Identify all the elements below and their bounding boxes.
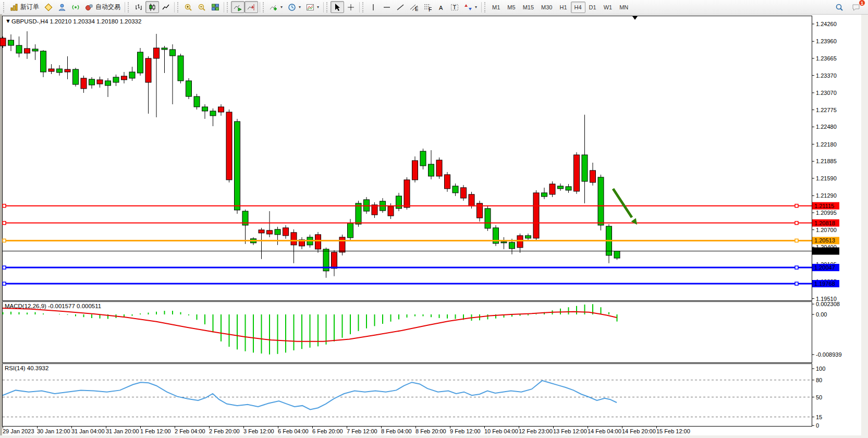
vertical-line-button[interactable] — [366, 1, 380, 13]
candle — [25, 48, 30, 53]
timeframe-m15-button[interactable]: M15 — [519, 2, 537, 13]
profile-button[interactable] — [55, 1, 69, 13]
dropdown-caret-icon[interactable]: ▾ — [299, 5, 301, 9]
new-order-button[interactable]: 新订单 — [7, 1, 42, 13]
signal-button[interactable] — [69, 1, 82, 13]
dropdown-caret-icon[interactable]: ▾ — [317, 5, 319, 9]
arrows-button[interactable]: ▾ — [461, 1, 480, 13]
time-axis-label: 31 Jan 04:00 — [71, 428, 105, 434]
crosshair-icon — [347, 3, 355, 11]
timeframe-h1-button[interactable]: H1 — [556, 2, 570, 13]
line-handle[interactable] — [3, 239, 6, 242]
timeframe-mn-button[interactable]: MN — [616, 2, 632, 13]
line-handle[interactable] — [795, 266, 798, 269]
price-axis-label: 1.23370 — [816, 72, 837, 79]
search-icon — [835, 3, 843, 11]
new-order-icon — [10, 3, 18, 11]
candle — [178, 56, 184, 81]
candle — [574, 155, 580, 191]
price-axis-label: 1.23665 — [816, 55, 837, 62]
cursor-button[interactable] — [331, 1, 344, 13]
search-button[interactable] — [833, 1, 846, 13]
bars-chart-button[interactable] — [132, 1, 145, 13]
indicators-button[interactable]: ▾ — [267, 1, 285, 13]
toolbar-separator — [224, 2, 224, 13]
price-axis-label: 1.22180 — [816, 141, 837, 148]
candle — [154, 48, 160, 58]
svg-text:F: F — [429, 6, 432, 11]
periods-clock-icon — [288, 3, 296, 11]
toolbar-grip — [128, 2, 130, 13]
notification-badge: 1 — [859, 0, 865, 6]
main-toolbar: 新订单自动交易▾▾▾EFAT▾M1M5M15M30H1H4D1W1MN1 — [0, 0, 868, 15]
dropdown-caret-icon[interactable]: ▾ — [280, 5, 283, 9]
timeframe-m30-button[interactable]: M30 — [537, 2, 556, 13]
line-handle[interactable] — [795, 282, 798, 285]
svg-text:A: A — [439, 5, 443, 11]
horizontal-line-button[interactable] — [380, 1, 394, 13]
tile-windows-button[interactable] — [209, 1, 222, 13]
crosshair-button[interactable] — [344, 1, 358, 13]
line-handle[interactable] — [3, 204, 6, 208]
price-axis-label: 1.20995 — [816, 210, 837, 216]
timeframe-m1-button[interactable]: M1 — [488, 2, 504, 13]
chart-canvas[interactable]: 1.242601.239601.236651.233701.230701.227… — [0, 15, 868, 438]
tile-windows-icon — [211, 3, 219, 11]
line-chart-button[interactable] — [159, 1, 173, 13]
candles-chart-button[interactable] — [145, 1, 159, 13]
channel-icon: E — [410, 3, 418, 11]
zoom-out-button[interactable] — [195, 1, 209, 13]
quotes-button[interactable] — [42, 1, 55, 13]
rsi-axis-label: 80 — [816, 377, 822, 383]
line-handle[interactable] — [795, 239, 798, 242]
candle — [89, 79, 95, 85]
timeframe-m5-button[interactable]: M5 — [504, 2, 519, 13]
candle — [210, 111, 216, 116]
auto-scroll-button[interactable] — [231, 1, 244, 13]
timeframe-h4-button[interactable]: H4 — [571, 2, 585, 13]
line-handle[interactable] — [3, 282, 6, 285]
candle — [170, 50, 176, 56]
chart-shift-button[interactable] — [244, 1, 258, 13]
line-handle[interactable] — [3, 222, 6, 225]
candle — [283, 228, 289, 236]
toolbar-grip — [227, 2, 229, 13]
text-label-icon: T — [450, 3, 459, 11]
candle — [105, 81, 111, 86]
candle — [218, 107, 224, 112]
auto-trading-button[interactable]: 自动交易 — [82, 1, 123, 13]
text-label-button[interactable]: T — [448, 1, 461, 13]
indicators-add-icon — [270, 3, 278, 11]
chart-title: GBPUSD-,H4 1.20210 1.20334 1.20180 1.203… — [11, 18, 141, 25]
line-handle[interactable] — [3, 266, 6, 269]
trend-line-button[interactable] — [394, 1, 407, 13]
price-axis-label: 1.23070 — [816, 90, 837, 96]
candle — [404, 180, 410, 208]
candle — [235, 121, 240, 210]
zoom-in-button[interactable] — [181, 1, 195, 13]
templates-button[interactable]: ▾ — [303, 1, 322, 13]
line-handle[interactable] — [795, 222, 798, 225]
line-handle[interactable] — [795, 204, 798, 208]
candle — [509, 242, 515, 249]
rsi-axis-label: 15 — [816, 414, 822, 420]
text-button[interactable]: A — [434, 1, 448, 13]
time-axis-label: 29 Jan 2023 — [3, 428, 34, 434]
svg-text:E: E — [415, 6, 418, 11]
time-axis-label: 6 Feb 20:00 — [312, 428, 343, 434]
timeframe-w1-button[interactable]: W1 — [600, 2, 616, 13]
window-bottom-strip — [0, 435, 868, 438]
time-axis-label: 14 Feb 04:00 — [588, 428, 621, 434]
chart-shift-icon — [247, 3, 255, 11]
candle — [113, 77, 119, 82]
dropdown-caret-icon[interactable]: ▾ — [475, 5, 477, 9]
toolbar-grip — [263, 2, 265, 13]
periods-button[interactable]: ▾ — [285, 1, 303, 13]
fibonacci-button[interactable]: F — [421, 1, 434, 13]
timeframe-d1-button[interactable]: D1 — [585, 2, 600, 13]
candle — [129, 72, 135, 78]
chart-bars-icon — [135, 3, 143, 11]
notifications-button[interactable]: 1 — [849, 1, 863, 13]
equidistant-channel-button[interactable]: E — [407, 1, 421, 13]
main-panel — [3, 16, 812, 301]
